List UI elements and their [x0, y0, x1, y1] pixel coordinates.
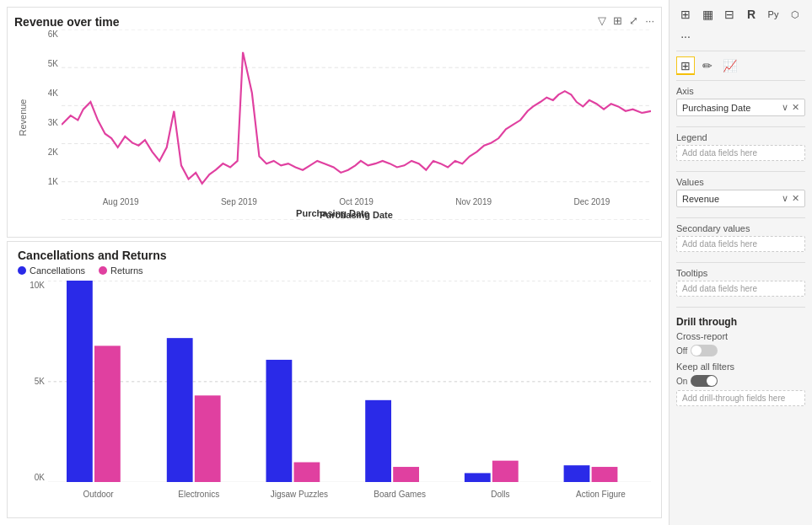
more-icon[interactable]: ···: [645, 14, 654, 27]
table-icon[interactable]: ▦: [698, 5, 717, 24]
line-chart-panel: Revenue over time ▽ ⊞ ⤢ ··· Revenue 6K 5…: [7, 7, 662, 238]
cross-report-toggle-off-label: Off: [676, 346, 687, 356]
tooltips-empty[interactable]: Add data fields here: [676, 281, 805, 297]
filter-icon[interactable]: ▽: [598, 14, 606, 27]
legend-dot-cancellations: [18, 266, 26, 275]
svg-rect-11: [167, 338, 193, 482]
bar-x-axis: Outdoor Electronics Jigsaw Puzzles Board…: [48, 485, 651, 502]
expand-field-icon[interactable]: ∨: [782, 102, 788, 113]
line-chart-title: Revenue over time: [14, 15, 120, 29]
bar-chart-svg: [48, 281, 651, 482]
axis-section: Axis Purchasing Date ∨ ✕: [676, 86, 805, 116]
y-ticks: 6K 5K 4K 3K 2K 1K: [31, 29, 62, 186]
keep-filters-label: Keep all filters: [676, 362, 734, 372]
fields-tab-icon[interactable]: ⊞: [676, 56, 695, 75]
y-tick-5k: 5K: [48, 59, 58, 68]
line-chart-area: Revenue 6K 5K 4K 3K 2K 1K: [14, 29, 651, 206]
focus-icon[interactable]: ⊞: [613, 14, 622, 27]
svg-rect-10: [94, 346, 121, 482]
drill-through-section: Drill through Cross-report Off Keep all …: [676, 316, 805, 406]
svg-rect-14: [294, 462, 320, 482]
y-tick-6k: 6K: [48, 29, 58, 39]
svg-rect-15: [365, 399, 391, 482]
svg-rect-16: [393, 467, 419, 482]
bar-x-outdoor: Outdoor: [48, 490, 148, 499]
keep-filters-toggle-on-label: On: [676, 377, 687, 386]
axis-label: Axis: [676, 86, 805, 96]
bar-y-ticks: 10K 5K 0K: [18, 281, 48, 499]
legend-empty[interactable]: Add data fields here: [676, 145, 805, 161]
bar-y-tick-10k: 10K: [30, 281, 45, 290]
drill-through-empty[interactable]: Add drill-through fields here: [676, 390, 805, 406]
axis-field[interactable]: Purchasing Date ∨ ✕: [676, 99, 805, 116]
bar-x-electronics: Electronics: [148, 490, 249, 499]
svg-rect-9: [67, 281, 93, 482]
bar-y-tick-5k: 5K: [35, 377, 45, 386]
keep-filters-toggle-container: On: [676, 375, 805, 387]
svg-rect-13: [266, 359, 293, 482]
cross-report-label: Cross-report: [676, 331, 728, 341]
toolbar-row1: ⊞ ▦ ⊟ R Py ⬡ ···: [676, 5, 805, 51]
main-content: Revenue over time ▽ ⊞ ⤢ ··· Revenue 6K 5…: [0, 0, 669, 525]
fields-icon[interactable]: ⊞: [676, 5, 695, 24]
legend-returns: Returns: [99, 265, 143, 276]
values-section: Values Revenue ∨ ✕: [676, 177, 805, 207]
bar-x-actionfigure: Action Figure: [551, 490, 651, 499]
legend-dot-returns: [99, 266, 107, 275]
expand-icon[interactable]: ⤢: [629, 14, 638, 27]
analytics-tab-icon[interactable]: 📈: [720, 56, 739, 75]
legend-label: Legend: [676, 132, 805, 142]
values-field-value: Revenue: [682, 194, 719, 204]
x-tick-sep: Sep 2019: [221, 197, 257, 206]
toolbar-row2: ⊞ ✏ 📈: [676, 56, 805, 81]
bar-x-jigsaw: Jigsaw Puzzles: [249, 490, 349, 499]
x-axis: Aug 2019 Sep 2019 Oct 2019 Nov 2019 Dec …: [62, 197, 651, 206]
bar-y-tick-0k: 0K: [35, 473, 45, 482]
x-axis-label: Purchasing Date: [62, 210, 651, 220]
legend-label-cancellations: Cancellations: [30, 265, 85, 276]
cross-report-row: Cross-report: [676, 331, 805, 341]
keep-filters-knob: [707, 376, 717, 386]
legend-section: Legend Add data fields here: [676, 132, 805, 161]
x-tick-aug: Aug 2019: [103, 197, 139, 206]
right-panel: ⊞ ▦ ⊟ R Py ⬡ ··· ⊞ ✏ 📈 Axis Purchasing D…: [669, 0, 812, 525]
drill-through-title: Drill through: [676, 316, 805, 328]
x-tick-oct: Oct 2019: [339, 197, 374, 206]
y-tick-4k: 4K: [48, 88, 58, 98]
values-field[interactable]: Revenue ∨ ✕: [676, 190, 805, 207]
x-tick-nov: Nov 2019: [455, 197, 492, 206]
line-chart-inner: 6K 5K 4K 3K 2K 1K: [31, 29, 651, 206]
keep-filters-toggle[interactable]: [691, 375, 718, 387]
y-tick-3k: 3K: [48, 118, 58, 127]
legend-cancellations: Cancellations: [18, 265, 85, 276]
line-chart-svg: [62, 29, 651, 220]
remove-field-icon[interactable]: ✕: [792, 102, 799, 113]
py-icon[interactable]: Py: [764, 5, 782, 24]
more-tools-icon[interactable]: ···: [676, 27, 695, 46]
expand-values-icon[interactable]: ∨: [782, 193, 788, 204]
legend-row: Cancellations Returns: [18, 265, 651, 276]
cross-report-knob: [691, 346, 702, 356]
axis-field-value: Purchasing Date: [682, 103, 750, 113]
svg-rect-20: [592, 467, 618, 482]
ai-icon[interactable]: ⬡: [786, 5, 804, 24]
cross-report-toggle[interactable]: [691, 345, 718, 356]
secondary-values-section: Secondary values Add data fields here: [676, 223, 805, 252]
bar-chart-inner: Outdoor Electronics Jigsaw Puzzles Board…: [48, 281, 651, 499]
matrix-icon[interactable]: ⊟: [720, 5, 739, 24]
y-tick-1k: 1K: [48, 177, 58, 186]
cross-report-toggle-container: Off: [676, 345, 805, 356]
secondary-values-empty[interactable]: Add data fields here: [676, 236, 805, 252]
bar-chart-title: Cancellations and Returns: [18, 249, 651, 262]
format-tab-icon[interactable]: ✏: [698, 56, 717, 75]
r-icon[interactable]: R: [742, 5, 761, 24]
y-tick-2k: 2K: [48, 147, 58, 157]
remove-values-icon[interactable]: ✕: [792, 193, 799, 204]
svg-rect-17: [465, 473, 491, 482]
bar-x-dolls: Dolls: [450, 490, 551, 499]
values-label: Values: [676, 177, 805, 187]
svg-rect-18: [492, 460, 519, 482]
y-axis-label: Revenue: [14, 29, 31, 206]
bar-chart-area: 10K 5K 0K: [18, 281, 651, 499]
svg-rect-19: [564, 465, 590, 482]
